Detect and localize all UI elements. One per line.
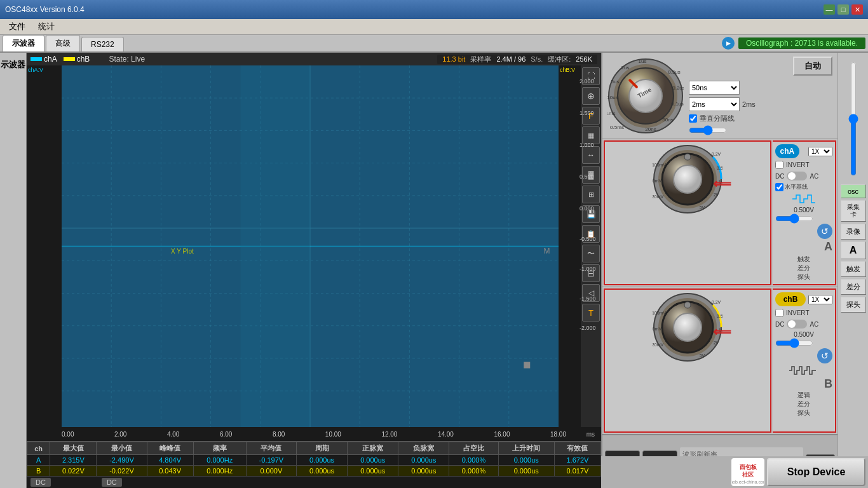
cha-toggle-button[interactable]: chA [775, 144, 799, 158]
vertical-divider-label: 垂直分隔线 [700, 114, 735, 123]
row-b-rise: 0.000us [498, 466, 554, 477]
chb-diff-label: 差分 [775, 400, 832, 409]
cha-invert-checkbox[interactable] [775, 161, 783, 169]
time-knob-container[interactable]: Time 0.5us 0.2us 0.1us 50ns 20ns 0.5ms 1… [607, 58, 684, 134]
ch-b-arrow: ⟸ [713, 324, 731, 339]
chb-waveform-icon [775, 365, 832, 376]
x-tick-5: 10.00 [325, 431, 341, 438]
ch-b-knob-container[interactable]: 0.2V 0.5V 1V 2V 5V 20mV 50mV 100mV ⟸ [653, 292, 722, 362]
stop-device-button[interactable]: Stop Device [767, 458, 865, 486]
auto-button[interactable]: 自动 [793, 57, 832, 76]
tab-advanced[interactable]: 高级 [46, 35, 80, 51]
cha-dc-ac-toggle[interactable] [787, 172, 807, 180]
record-side-btn[interactable]: 录像 [841, 224, 866, 240]
svg-text:1us: 1us [639, 58, 647, 64]
plot-toolbar: ⛶ ⊕ F ▦ ↔ ▓ ⊞ 💾 📋 〜 ⊟ ◁ T [581, 65, 601, 427]
svg-text:50ns: 50ns [662, 117, 673, 123]
zoom-in-button[interactable]: ⊕ [582, 87, 600, 105]
osc-vertical-slider[interactable] [848, 62, 858, 176]
minimize-button[interactable]: — [824, 4, 835, 15]
cha-y-label: chA:V [28, 67, 43, 73]
right-side-panel: osc 采集卡 录像 A 触发 差分 探头 [837, 53, 868, 488]
grid2-button[interactable]: ⊞ [582, 186, 600, 203]
channel-b-row: 0.2V 0.5V 1V 2V 5V 20mV 50mV 100mV ⟸ [602, 287, 837, 434]
restore-button[interactable]: □ [837, 4, 849, 15]
svg-text:2us: 2us [621, 65, 630, 71]
oscilloscope-area: chA chB State: Live 11.3 bit 采样率 2.4M / … [27, 53, 601, 488]
chb-dc-label: DC [775, 321, 784, 328]
chb-ac-label: AC [810, 321, 818, 328]
trigger-side-btn[interactable]: 触发 [841, 261, 866, 277]
chb-invert-label: INVERT [786, 309, 810, 316]
x-tick-2: 4.00 [167, 431, 179, 438]
svg-text:0.1us: 0.1us [671, 101, 684, 107]
play-button[interactable] [722, 37, 735, 50]
time-dropdown-2[interactable]: 2ms 5ms 10ms [689, 97, 740, 111]
chb-multiplier[interactable]: 1X 10X [808, 295, 832, 304]
svg-text:0.2us: 0.2us [672, 85, 684, 91]
ch-a-arrow: ⟸ [713, 176, 731, 191]
chb-probe-label: 探头 [775, 409, 832, 417]
yR-6: -1.000 [580, 266, 596, 272]
chb-invert-checkbox[interactable] [775, 309, 783, 317]
svg-point-44 [674, 165, 702, 193]
row-b-neg: 0.000us [398, 466, 449, 477]
cha-multiplier[interactable]: 1X 10X [808, 147, 832, 156]
row-b-max: 0.022V [50, 466, 97, 477]
oscilloscope-plot[interactable]: X Y Plot M [62, 65, 559, 427]
baozi-logo-svg: 面包板 社区 mob.eet-china.com [732, 459, 764, 485]
channel-a-color [31, 57, 42, 61]
channel-a-label: chA [44, 55, 57, 64]
ch-a-knob-container[interactable]: 0.2V 0.5V 1V 2V 5V 20mV 50mV 100mV ⟸ [653, 144, 722, 214]
row-b-duty: 0.000% [449, 466, 498, 477]
cha-baseline-checkbox[interactable] [775, 183, 783, 191]
dc-badges-row: DC DC [27, 477, 601, 488]
osc-side-btn[interactable]: osc [841, 184, 866, 198]
menu-file[interactable]: 文件 [3, 20, 32, 34]
y-axis-right: chB:V 2.000 1.500 1.000 0.500 0.000 -0.5… [559, 65, 581, 427]
collect-side-btn[interactable]: 采集卡 [841, 200, 866, 222]
plot-svg: X Y Plot M [62, 65, 559, 427]
wave-button[interactable]: 〜 [582, 245, 600, 262]
x-tick-9: 18.00 [550, 431, 566, 438]
row-a-avg: -0.197V [246, 455, 296, 466]
chb-slider[interactable] [775, 339, 813, 347]
probe-side-btn[interactable]: 探头 [841, 297, 866, 313]
info-bar: 11.3 bit 采样率 2.4M / 96 S/s. 缓冲区: 256K [437, 55, 597, 64]
close-button[interactable]: ✕ [851, 4, 863, 15]
tabbar: 示波器 高级 RS232 Oscillograph : 20713 is ava… [0, 35, 868, 53]
row-a-ch: A [27, 455, 50, 466]
chb-dc-ac-row: DC AC [775, 320, 832, 329]
svg-text:20mV: 20mV [653, 342, 663, 347]
row-a-freq: 0.000Hz [193, 455, 246, 466]
cha-reset-row: ↺ [775, 224, 832, 239]
chb-reset-button[interactable]: ↺ [817, 348, 832, 363]
row-b-ch: B [27, 466, 50, 477]
time-dropdown-1[interactable]: 50ns 100ns 1us [689, 81, 740, 95]
stretch-button[interactable]: ↔ [582, 146, 600, 164]
tab-rs232[interactable]: RS232 [81, 37, 124, 51]
t-button[interactable]: T [582, 304, 600, 322]
col-max: 最大值 [50, 442, 97, 455]
a-side-btn[interactable]: A [841, 241, 866, 259]
svg-text:5V: 5V [700, 205, 705, 210]
plot-wrapper: chA:V 2.000 1.500 1.000 0.500 0.000 -0.5… [27, 65, 601, 427]
cha-baseline-value: 0.500V [775, 207, 832, 214]
svg-text:100mV: 100mV [653, 163, 666, 167]
svg-rect-22 [241, 65, 310, 427]
diff-side-btn[interactable]: 差分 [841, 279, 866, 295]
vertical-divider-checkbox[interactable] [689, 114, 697, 123]
col-rise: 上升时间 [498, 442, 554, 455]
chb-y-label: chB:V [560, 67, 575, 73]
measurements-table: ch 最大值 最小值 峰峰值 频率 平均值 周期 正脉宽 负脉宽 占空比 上升时… [27, 442, 601, 477]
tab-oscilloscope[interactable]: 示波器 [3, 35, 44, 51]
chb-toggle-button[interactable]: chB [775, 292, 806, 306]
vertical-slider[interactable] [689, 126, 727, 135]
x-tick-4: 8.00 [273, 431, 285, 438]
sample-unit: S/s. [531, 55, 543, 63]
chb-dc-ac-toggle[interactable] [787, 320, 807, 329]
cha-reset-button[interactable]: ↺ [817, 224, 832, 239]
left-sidebar: 示波器 [0, 53, 27, 488]
menu-stats[interactable]: 统计 [32, 20, 61, 34]
cha-slider[interactable] [775, 215, 813, 222]
